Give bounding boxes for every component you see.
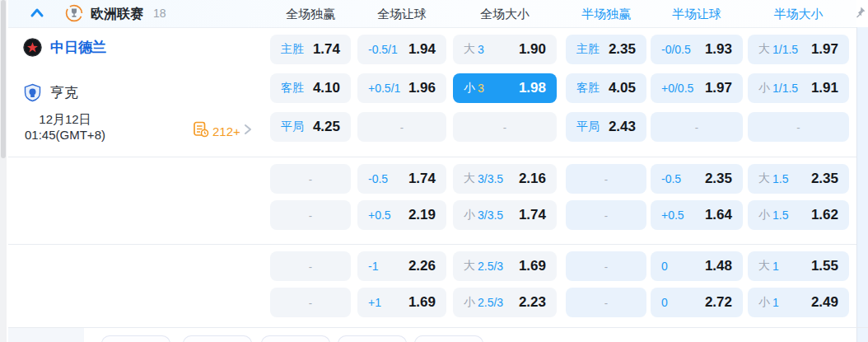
odds-label: 大1.5: [758, 171, 788, 186]
odds-value: 1.69: [519, 258, 546, 274]
odds-cell-ht-1x2[interactable]: 平局2.43: [566, 112, 646, 142]
odds-cell-ht-ou[interactable]: 小1/1.51.91: [748, 73, 849, 103]
markets-icon: [193, 121, 209, 141]
empty-odds: -: [503, 121, 506, 134]
odds-cell-ht-handicap[interactable]: 02.72: [651, 288, 743, 317]
odds-value: 1.91: [811, 80, 838, 96]
odds-cell-ft-handicap[interactable]: -0.51.74: [357, 164, 446, 194]
odds-label: 小3: [464, 81, 484, 96]
odds-line: 3: [478, 82, 484, 95]
odds-cell-ft-handicap[interactable]: -0.5/11.94: [357, 35, 446, 64]
odds-line: 客胜: [281, 81, 304, 96]
odds-value: 1.96: [408, 80, 436, 96]
home-team-name: 中日德兰: [50, 38, 106, 57]
odds-cell-ft-handicap[interactable]: +11.69: [357, 288, 446, 317]
league-title: 欧洲联赛: [91, 6, 143, 23]
empty-odds: -: [604, 260, 608, 273]
odds-label: -0/0.5: [661, 43, 691, 56]
odds-board: 欧洲联赛 18 全场独赢全场让球全场大小半场独赢半场让球半场大小 中日德兰: [0, 0, 868, 342]
odds-cell-ht-ou[interactable]: 大1/1.51.97: [748, 35, 849, 64]
odds-label: -0.5: [368, 172, 388, 185]
odds-line: +0.5/1: [368, 82, 400, 95]
odds-label: 平局: [576, 119, 600, 134]
partial-chip[interactable]: [183, 335, 252, 342]
odds-value: 2.49: [811, 294, 838, 311]
odds-cell-ht-ou[interactable]: 小1.51.62: [748, 200, 849, 230]
odds-cell-ht-ou[interactable]: 小12.49: [748, 288, 849, 317]
home-team-row[interactable]: 中日德兰: [23, 38, 106, 57]
odds-label: -0.5/1: [368, 43, 398, 56]
odds-line: 1: [772, 296, 779, 309]
odds-cell-ft-ou[interactable]: 大31.90: [453, 35, 557, 64]
odds-cell-ft-1x2[interactable]: 平局4.25: [270, 112, 351, 142]
odds-label: +0/0.5: [661, 82, 693, 95]
match-date: 12月12日: [7, 111, 124, 127]
odds-cell-ht-handicap[interactable]: 01.48: [651, 251, 743, 281]
over-under-prefix: 大: [464, 259, 475, 274]
odds-value: 1.62: [811, 207, 838, 223]
empty-odds: -: [309, 260, 312, 273]
odds-cell-ht-handicap[interactable]: -0/0.51.93: [651, 35, 743, 64]
odds-value: 1.74: [408, 171, 436, 187]
odds-cell-ft-1x2[interactable]: 主胜1.74: [270, 35, 351, 64]
odds-cell-ft-ou[interactable]: 大2.5/31.69: [453, 251, 557, 281]
odds-cell-ft-ou[interactable]: 大3/3.52.16: [453, 164, 557, 194]
odds-value: 1.90: [519, 41, 546, 58]
over-under-prefix: 大: [758, 42, 770, 57]
odds-cell-ht-handicap[interactable]: +0.51.64: [651, 200, 743, 230]
odds-cell-ht-1x2: -: [566, 200, 646, 230]
odds-label: 小1: [758, 295, 779, 310]
over-under-prefix: 小: [758, 81, 770, 96]
partial-chip[interactable]: [414, 335, 483, 342]
more-markets-count: 212+: [212, 124, 240, 138]
chevron-up-icon[interactable]: [30, 7, 44, 20]
odds-label: +0.5/1: [368, 82, 400, 95]
scrollbar-thumb[interactable]: [1, 0, 6, 158]
away-team-row[interactable]: 亨克: [23, 83, 78, 102]
odds-label: 客胜: [281, 81, 304, 96]
odds-label: 小1/1.5: [758, 81, 798, 96]
odds-line: +1: [368, 296, 381, 309]
odds-cell-ht-ou[interactable]: 大1.52.35: [748, 164, 849, 194]
odds-cell-ht-handicap: -: [651, 112, 743, 142]
divider: [8, 244, 856, 245]
odds-line: 主胜: [576, 42, 600, 57]
odds-cell-ft-handicap[interactable]: -12.26: [357, 251, 446, 281]
odds-cell-ft-1x2[interactable]: 客胜4.10: [270, 73, 351, 103]
odds-label: 大2.5/3: [464, 259, 503, 274]
away-team-name: 亨克: [50, 83, 78, 102]
odds-label: -1: [368, 260, 378, 273]
odds-value: 2.35: [609, 41, 636, 58]
scrollbar[interactable]: [0, 0, 7, 342]
odds-cell-ft-handicap[interactable]: +0.52.19: [357, 200, 446, 230]
europa-league-trophy-icon: [65, 4, 83, 22]
partial-chip[interactable]: [261, 335, 330, 342]
odds-value: 1.98: [519, 80, 546, 96]
over-under-prefix: 大: [464, 171, 475, 186]
column-header-ht-ou: 半场大小: [748, 7, 849, 22]
odds-label: -0.5: [661, 172, 681, 185]
odds-label: 大3/3.5: [464, 171, 503, 186]
odds-label: 客胜: [576, 81, 600, 96]
pin-icon[interactable]: [853, 6, 866, 19]
more-markets-link[interactable]: 212+: [193, 121, 252, 141]
partial-chip[interactable]: [338, 335, 407, 342]
odds-label: 小3/3.5: [464, 208, 503, 223]
odds-cell-ht-handicap[interactable]: -0.52.35: [651, 164, 743, 194]
odds-cell-ft-ou[interactable]: 小3/3.51.74: [453, 200, 557, 230]
odds-line: 3/3.5: [478, 208, 503, 222]
odds-label: 大3: [464, 42, 484, 57]
odds-cell-ht-1x2[interactable]: 客胜4.05: [566, 73, 646, 103]
over-under-prefix: 大: [464, 42, 475, 57]
league-match-count: 18: [153, 7, 166, 20]
odds-cell-ft-handicap[interactable]: +0.5/11.96: [357, 73, 446, 103]
odds-value: 1.94: [408, 41, 436, 58]
divider: [8, 157, 856, 157]
odds-cell-ft-ou[interactable]: 小31.98: [453, 73, 557, 103]
odds-cell-ft-ou[interactable]: 小2.5/32.23: [453, 288, 557, 317]
odds-cell-ht-ou[interactable]: 大11.55: [748, 251, 849, 281]
partial-chip[interactable]: [101, 335, 170, 342]
odds-cell-ht-handicap[interactable]: +0/0.51.97: [651, 73, 743, 103]
odds-cell-ht-1x2[interactable]: 主胜2.35: [566, 35, 646, 64]
odds-cell-ft-1x2: -: [270, 200, 351, 230]
